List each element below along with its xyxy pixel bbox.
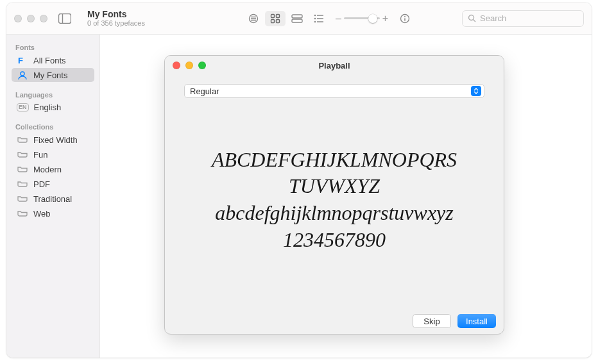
- svg-rect-11: [292, 19, 302, 22]
- dialog-body: Regular ABCDEFGHIJKLMNOPQRS TUVWXYZ abcd…: [165, 75, 504, 308]
- zoom-knob[interactable]: [368, 14, 377, 23]
- section-languages: Languages: [12, 88, 94, 100]
- svg-rect-0: [59, 13, 71, 23]
- folder-icon: [17, 164, 28, 174]
- dialog-titlebar: Playball: [165, 56, 504, 75]
- svg-rect-10: [292, 15, 302, 18]
- content-area: Playball Regular ABCDEFGHIJKLMNOPQRS TUV…: [100, 35, 592, 358]
- language-badge-icon: EN: [17, 103, 29, 112]
- zoom-out-label[interactable]: –: [336, 13, 341, 24]
- sidebar-item-label: Fun: [33, 150, 47, 160]
- sidebar-item-label: Web: [33, 209, 51, 219]
- close-icon[interactable]: [173, 62, 180, 69]
- chevron-updown-icon: [471, 86, 481, 96]
- svg-rect-8: [271, 19, 274, 22]
- sidebar-item-fun[interactable]: Fun: [12, 147, 94, 161]
- folder-icon: [17, 135, 28, 145]
- sidebar-item-modern[interactable]: Modern: [12, 162, 94, 176]
- title-block: My Fonts 0 of 356 typefaces: [81, 9, 196, 28]
- folder-icon: [17, 194, 28, 204]
- sidebar-item-label: English: [34, 103, 62, 112]
- zoom-icon[interactable]: [40, 15, 47, 22]
- zoom-icon[interactable]: [198, 62, 206, 69]
- search-input[interactable]: Search: [462, 10, 584, 27]
- sidebar-item-my-fonts[interactable]: My Fonts: [12, 68, 94, 82]
- folder-icon: [17, 149, 28, 160]
- zoom-slider[interactable]: – +: [336, 13, 388, 24]
- titlebar: My Fonts 0 of 356 typefaces –: [6, 3, 592, 35]
- window-title: My Fonts: [87, 9, 196, 19]
- minimize-icon[interactable]: [185, 62, 193, 69]
- folder-icon: [17, 208, 28, 219]
- preview-uppercase: ABCDEFGHIJKLMNOPQRS: [212, 147, 457, 174]
- search-placeholder: Search: [480, 13, 506, 23]
- preview-uppercase-2: TUVWXYZ: [289, 173, 380, 200]
- svg-point-21: [469, 15, 474, 21]
- svg-point-14: [314, 17, 316, 19]
- sidebar-item-all-fonts[interactable]: F All Fonts: [12, 53, 94, 67]
- font-install-dialog: Playball Regular ABCDEFGHIJKLMNOPQRS TUV…: [164, 55, 504, 335]
- section-fonts: Fonts: [12, 41, 94, 53]
- font-icon: F: [17, 55, 28, 65]
- folder-icon: [17, 179, 28, 189]
- dialog-title: Playball: [165, 61, 504, 70]
- svg-point-19: [404, 16, 406, 17]
- sidebar-item-traditional[interactable]: Traditional: [12, 192, 94, 206]
- svg-rect-6: [271, 14, 274, 17]
- search-icon: [468, 14, 476, 22]
- install-button[interactable]: Install: [457, 314, 496, 328]
- zoom-in-label[interactable]: +: [382, 13, 388, 24]
- sidebar-item-label: Traditional: [33, 194, 72, 204]
- svg-point-12: [314, 14, 316, 16]
- zoom-track[interactable]: [344, 17, 380, 19]
- preview-digits: 1234567890: [283, 227, 386, 254]
- sidebar-item-pdf[interactable]: PDF: [12, 177, 94, 191]
- view-list-button[interactable]: [309, 11, 329, 26]
- view-sample-button[interactable]: [243, 11, 264, 26]
- info-button[interactable]: [395, 11, 415, 26]
- sidebar-item-fixed-width[interactable]: Fixed Width: [12, 133, 94, 147]
- sidebar-item-label: PDF: [33, 179, 50, 189]
- sidebar: Fonts F All Fonts My Fonts Languages EN …: [6, 35, 100, 358]
- sidebar-toggle-button[interactable]: [56, 12, 73, 26]
- section-collections: Collections: [12, 120, 94, 132]
- font-book-window: My Fonts 0 of 356 typefaces –: [6, 3, 592, 358]
- font-preview: ABCDEFGHIJKLMNOPQRS TUVWXYZ abcdefghijkl…: [184, 98, 484, 302]
- sidebar-item-label: My Fonts: [33, 70, 67, 80]
- font-style-select[interactable]: Regular: [184, 84, 484, 98]
- sidebar-item-label: Modern: [33, 165, 62, 174]
- skip-button[interactable]: Skip: [413, 314, 451, 328]
- svg-point-24: [21, 72, 24, 76]
- preview-lowercase: abcdefghijklmnopqrstuvwxyz: [215, 200, 453, 227]
- view-rows-button[interactable]: [287, 11, 307, 26]
- dialog-footer: Skip Install: [165, 308, 504, 334]
- close-icon[interactable]: [14, 15, 22, 22]
- window-controls: [14, 15, 56, 22]
- svg-text:F: F: [18, 56, 23, 65]
- toolbar: – +: [196, 11, 462, 26]
- sidebar-item-label: All Fonts: [33, 56, 66, 65]
- window-subtitle: 0 of 356 typefaces: [87, 19, 196, 28]
- svg-point-16: [314, 21, 316, 22]
- minimize-icon[interactable]: [27, 15, 35, 22]
- sidebar-item-label: Fixed Width: [33, 135, 78, 145]
- dialog-window-controls: [165, 62, 206, 69]
- select-value: Regular: [190, 87, 219, 96]
- user-icon: [17, 70, 28, 80]
- view-grid-button[interactable]: [265, 11, 286, 26]
- sidebar-item-english[interactable]: EN English: [12, 101, 94, 114]
- sidebar-item-web[interactable]: Web: [12, 206, 94, 220]
- svg-rect-9: [276, 19, 279, 22]
- svg-line-22: [474, 20, 476, 22]
- svg-rect-7: [276, 14, 279, 17]
